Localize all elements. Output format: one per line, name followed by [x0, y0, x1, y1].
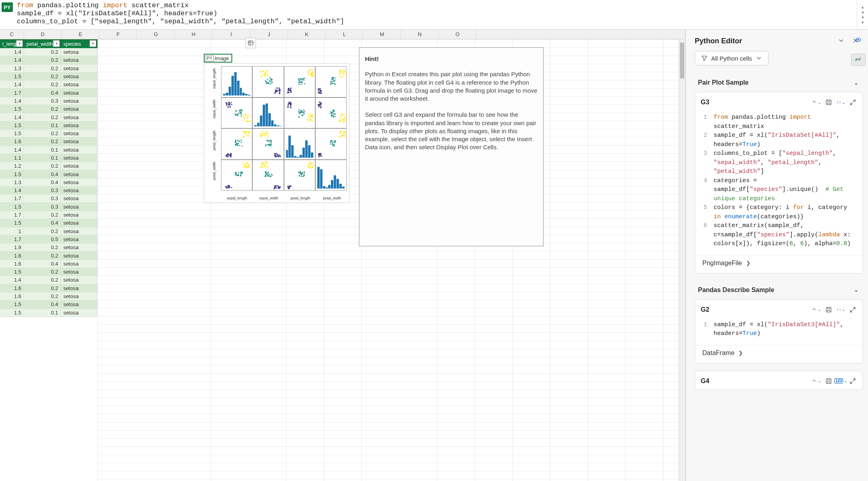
- table-cell[interactable]: setosa: [61, 252, 97, 260]
- column-headers[interactable]: CDEFGHIJKLMNO: [0, 30, 685, 39]
- output-type-toggle[interactable]: ⌄: [836, 98, 845, 107]
- table-cell[interactable]: setosa: [61, 48, 97, 56]
- column-header[interactable]: E: [62, 30, 99, 39]
- card-output-footer[interactable]: PngImageFile❯: [695, 255, 863, 273]
- collapse-panel-icon[interactable]: [838, 37, 845, 45]
- table-cell[interactable]: 1.4: [0, 97, 24, 105]
- table-cell[interactable]: 1.5: [0, 73, 24, 81]
- pair-plot-image[interactable]: sepal_length sepal_width petal_length pe…: [204, 63, 349, 203]
- table-cell[interactable]: 1.5: [0, 268, 24, 276]
- table-cell[interactable]: setosa: [61, 56, 97, 64]
- table-cell[interactable]: setosa: [61, 260, 97, 268]
- table-cell[interactable]: 0.2: [24, 113, 61, 121]
- table-cell[interactable]: 1.4: [0, 48, 24, 56]
- table-cell[interactable]: 0.3: [24, 203, 61, 211]
- column-header[interactable]: C: [0, 30, 24, 39]
- filter-button[interactable]: ▾: [53, 40, 60, 47]
- table-cell[interactable]: setosa: [61, 284, 97, 292]
- table-cell[interactable]: 1.7: [0, 235, 24, 244]
- table-row[interactable]: 1.70.2setosa: [0, 211, 679, 219]
- table-cell[interactable]: setosa: [61, 130, 97, 138]
- table-cell[interactable]: 1.4: [0, 113, 24, 121]
- table-row[interactable]: 1.60.2setosa: [0, 292, 679, 300]
- table-cell[interactable]: setosa: [61, 122, 97, 130]
- table-row[interactable]: 1.70.5setosa: [0, 235, 679, 244]
- table-cell[interactable]: 0.2: [24, 138, 61, 146]
- column-header[interactable]: N: [401, 30, 439, 39]
- table-cell[interactable]: 0.1: [24, 309, 61, 317]
- table-cell[interactable]: 0.3: [24, 195, 61, 203]
- column-header[interactable]: I: [213, 30, 250, 39]
- table-cell[interactable]: setosa: [61, 170, 97, 178]
- table-cell[interactable]: 1.5: [0, 122, 24, 130]
- table-cell[interactable]: setosa: [61, 97, 97, 105]
- table-cell[interactable]: 1.5: [0, 219, 24, 227]
- table-cell[interactable]: 1.7: [0, 211, 24, 219]
- table-cell[interactable]: 0.2: [24, 244, 61, 252]
- python-image-cell[interactable]: PY Image: [204, 54, 232, 63]
- table-cell[interactable]: setosa: [61, 105, 97, 113]
- expand-icon[interactable]: [848, 305, 857, 314]
- table-cell[interactable]: 1.4: [0, 56, 24, 64]
- vertical-scrollbar[interactable]: [679, 39, 685, 481]
- table-cell[interactable]: setosa: [61, 81, 97, 89]
- table-cell[interactable]: setosa: [61, 154, 97, 162]
- copilot-icon[interactable]: [851, 34, 866, 46]
- table-cell[interactable]: 0.2: [24, 105, 61, 113]
- table-cell[interactable]: 0.2: [24, 284, 61, 292]
- table-cell[interactable]: 1.3: [0, 179, 24, 187]
- filter-button[interactable]: ▾: [16, 40, 23, 47]
- table-cell[interactable]: 1.5: [0, 203, 24, 211]
- table-cell[interactable]: 0.4: [24, 260, 61, 268]
- save-icon[interactable]: [824, 377, 833, 386]
- section-header[interactable]: Pair Plot Sample⌄: [695, 73, 863, 92]
- undo-icon[interactable]: ⌄: [812, 98, 821, 107]
- table-cell[interactable]: 0.1: [24, 146, 61, 154]
- table-cell[interactable]: 1.3: [0, 65, 24, 73]
- table-cell[interactable]: 1.5: [0, 170, 24, 178]
- table-row[interactable]: 1.60.2setosa: [0, 252, 679, 260]
- table-cell[interactable]: setosa: [61, 187, 97, 195]
- table-cell[interactable]: setosa: [61, 162, 97, 170]
- save-icon[interactable]: [824, 305, 833, 314]
- expand-icon[interactable]: [848, 377, 857, 386]
- table-cell[interactable]: 0.2: [24, 276, 61, 284]
- table-cell[interactable]: setosa: [61, 244, 97, 252]
- table-cell[interactable]: 0.2: [24, 65, 61, 73]
- table-cell[interactable]: 1.4: [0, 146, 24, 154]
- table-cell[interactable]: 0.2: [24, 211, 61, 219]
- table-cell[interactable]: setosa: [61, 300, 97, 308]
- column-header[interactable]: M: [363, 30, 401, 39]
- table-cell[interactable]: setosa: [61, 73, 97, 81]
- table-row[interactable]: 1.50.1setosa: [0, 309, 679, 317]
- table-row[interactable]: 1.90.2setosa: [0, 244, 679, 252]
- table-cell[interactable]: setosa: [61, 292, 97, 300]
- table-row[interactable]: 1.50.4setosa: [0, 219, 679, 227]
- code-block[interactable]: 1sample_df = xl("IrisDataSet3[#All]", he…: [695, 318, 863, 345]
- table-cell[interactable]: setosa: [61, 235, 97, 244]
- formula-text[interactable]: from pandas.plotting import scatter_matr…: [14, 0, 857, 29]
- column-header[interactable]: L: [326, 30, 363, 39]
- table-row[interactable]: 1.50.4setosa: [0, 300, 679, 308]
- table-cell[interactable]: 1.5: [0, 130, 24, 138]
- table-cell[interactable]: setosa: [61, 65, 97, 73]
- table-row[interactable]: 1.50.2setosa: [0, 268, 679, 276]
- table-cell[interactable]: setosa: [61, 113, 97, 121]
- formula-expand-controls[interactable]: ▴ ▾: [857, 0, 868, 29]
- table-cell[interactable]: 0.4: [24, 300, 61, 308]
- table-cell[interactable]: 1.1: [0, 154, 24, 162]
- table-cell[interactable]: 0.2: [24, 48, 61, 56]
- table-cell[interactable]: 0.2: [24, 268, 61, 276]
- column-header[interactable]: D: [24, 30, 62, 39]
- card-output-footer[interactable]: DataFrame❯: [695, 345, 863, 363]
- undo-icon[interactable]: ⌄: [812, 305, 821, 314]
- table-cell[interactable]: setosa: [61, 195, 97, 203]
- table-cell[interactable]: setosa: [61, 227, 97, 235]
- insert-data-button[interactable]: [245, 38, 256, 48]
- column-header[interactable]: G: [137, 30, 175, 39]
- table-cell[interactable]: setosa: [61, 309, 97, 317]
- table-cell[interactable]: 1.5: [0, 309, 24, 317]
- filter-button[interactable]: ▾: [89, 40, 96, 47]
- table-cell[interactable]: 0.4: [24, 89, 61, 97]
- table-cell[interactable]: 0.2: [24, 81, 61, 89]
